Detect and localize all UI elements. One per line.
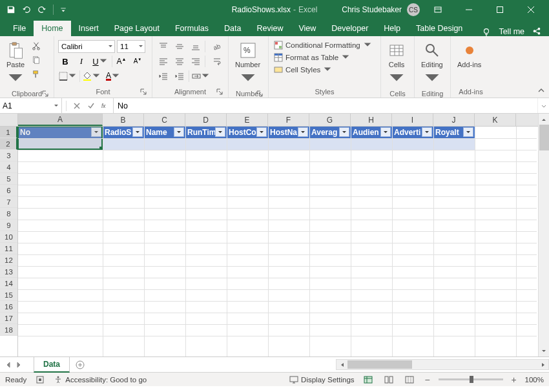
table-header-cell[interactable]: Adverti	[392, 127, 433, 138]
col-header-i[interactable]: I	[392, 114, 433, 126]
display-settings[interactable]: Display Settings	[289, 375, 354, 384]
tab-help[interactable]: Help	[376, 21, 408, 36]
maximize-button[interactable]	[487, 0, 513, 19]
filter-dropdown-icon[interactable]	[298, 127, 308, 137]
filter-dropdown-icon[interactable]	[215, 127, 225, 137]
filter-dropdown-icon[interactable]	[463, 127, 473, 137]
italic-button[interactable]: I	[74, 55, 88, 68]
minimize-button[interactable]	[456, 0, 482, 19]
tab-home[interactable]: Home	[34, 21, 70, 36]
row-header[interactable]: 7	[0, 196, 17, 208]
font-color-button[interactable]: A	[103, 70, 123, 83]
table-header-cell[interactable]: HostNa	[268, 127, 309, 138]
sheet-nav-next[interactable]	[16, 362, 22, 368]
normal-view-icon[interactable]	[361, 374, 375, 386]
sheet-tab-data[interactable]: Data	[34, 357, 70, 373]
user-avatar[interactable]: CS	[407, 3, 420, 16]
table-header-cell[interactable]: Name	[144, 127, 185, 138]
ribbon-display-options[interactable]	[425, 0, 451, 19]
row-header[interactable]: 11	[0, 243, 17, 254]
borders-button[interactable]	[58, 70, 78, 83]
orientation-button[interactable]: ab	[207, 40, 227, 53]
table-header-cell[interactable]: RunTim	[185, 127, 227, 138]
row-header[interactable]: 12	[0, 254, 17, 266]
col-header-g[interactable]: G	[309, 114, 351, 126]
row-header[interactable]: 3	[0, 150, 17, 161]
save-icon[interactable]	[6, 5, 16, 14]
tab-review[interactable]: Review	[249, 21, 291, 36]
table-header-cell[interactable]: Audien	[351, 127, 392, 138]
tab-formulas[interactable]: Formulas	[167, 21, 216, 36]
filter-dropdown-icon[interactable]	[174, 127, 184, 137]
col-header-f[interactable]: F	[268, 114, 309, 126]
tab-developer[interactable]: Developer	[324, 21, 376, 36]
zoom-out-button[interactable]: −	[423, 375, 432, 385]
tab-page-layout[interactable]: Page Layout	[107, 21, 167, 36]
collapse-ribbon-icon[interactable]	[537, 87, 545, 95]
number-launcher[interactable]	[256, 90, 264, 98]
filter-dropdown-icon[interactable]	[91, 127, 101, 137]
align-middle-icon[interactable]	[172, 40, 187, 53]
cells-button[interactable]: Cells	[385, 40, 408, 89]
fx-icon[interactable]: fx	[101, 102, 109, 110]
col-header-a[interactable]: A	[18, 114, 103, 126]
row-header[interactable]: 16	[0, 301, 17, 313]
name-box[interactable]	[0, 98, 62, 113]
share-icon[interactable]	[532, 27, 541, 36]
editing-button[interactable]: Editing	[419, 40, 446, 89]
col-header-k[interactable]: K	[475, 114, 516, 126]
row-header[interactable]: 10	[0, 231, 17, 243]
paste-button[interactable]: Paste	[4, 40, 27, 89]
zoom-in-button[interactable]: +	[510, 375, 519, 385]
col-header-d[interactable]: D	[185, 114, 227, 126]
undo-icon[interactable]	[22, 5, 31, 14]
format-as-table-button[interactable]: Format as Table	[273, 52, 373, 63]
merge-button[interactable]	[191, 70, 211, 83]
col-header-e[interactable]: E	[227, 114, 268, 126]
row-header[interactable]: 9	[0, 220, 17, 231]
format-painter-icon[interactable]	[30, 68, 43, 80]
row-header[interactable]: 8	[0, 208, 17, 220]
conditional-formatting-button[interactable]: Conditional Formatting	[273, 40, 373, 50]
tab-table-design[interactable]: Table Design	[408, 21, 470, 36]
cancel-formula-icon[interactable]	[73, 102, 81, 110]
align-center-icon[interactable]	[172, 55, 187, 68]
clipboard-launcher[interactable]	[42, 90, 50, 98]
row-header[interactable]: 4	[0, 161, 17, 173]
horizontal-scrollbar[interactable]	[336, 359, 549, 370]
row-header[interactable]: 6	[0, 185, 17, 196]
row-header[interactable]: 17	[0, 313, 17, 324]
font-launcher[interactable]	[140, 88, 148, 96]
alignment-launcher[interactable]	[216, 88, 224, 96]
lightbulb-icon[interactable]	[482, 27, 491, 36]
redo-icon[interactable]	[37, 5, 47, 14]
accessibility-status[interactable]: Accessibility: Good to go	[54, 375, 147, 384]
sheet-nav-prev[interactable]	[5, 362, 12, 368]
table-header-cell[interactable]: Royalt	[433, 127, 475, 138]
wrap-text-button[interactable]	[207, 55, 227, 68]
page-layout-view-icon[interactable]	[382, 374, 396, 386]
font-size-combo[interactable]: 11	[117, 40, 145, 53]
expand-formula-bar[interactable]	[537, 98, 549, 113]
increase-indent-icon[interactable]	[172, 70, 187, 83]
filter-dropdown-icon[interactable]	[422, 127, 432, 137]
tab-view[interactable]: View	[291, 21, 324, 36]
decrease-font-icon[interactable]: A▼	[130, 55, 145, 68]
row-header[interactable]: 18	[0, 324, 17, 336]
formula-bar[interactable]	[114, 98, 537, 113]
vertical-scrollbar[interactable]	[538, 127, 549, 356]
table-header-cell[interactable]: HostCo	[227, 127, 268, 138]
close-button[interactable]	[518, 0, 544, 19]
increase-font-icon[interactable]: A▲	[114, 55, 129, 68]
col-header-c[interactable]: C	[144, 114, 185, 126]
addins-button[interactable]: Add-ins	[455, 40, 484, 70]
enter-formula-icon[interactable]	[87, 102, 95, 110]
tab-file[interactable]: File	[5, 21, 34, 36]
filter-dropdown-icon[interactable]	[132, 127, 143, 137]
cell-styles-button[interactable]: Cell Styles	[273, 65, 373, 75]
row-header[interactable]: 15	[0, 289, 17, 301]
number-format-button[interactable]: % Number	[233, 40, 263, 89]
table-header-cell[interactable]: Averag	[309, 127, 351, 138]
new-sheet-button[interactable]	[72, 357, 88, 373]
table-header-cell[interactable]: No	[18, 127, 103, 138]
